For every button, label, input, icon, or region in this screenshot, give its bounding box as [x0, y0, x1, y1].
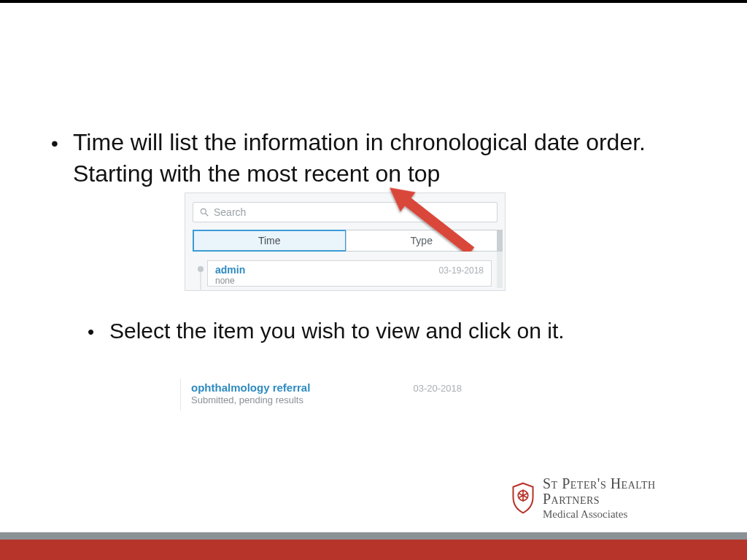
screenshot-panel: Search Time Type admin 03-19-2018 none — [185, 192, 506, 291]
svg-point-0 — [201, 209, 206, 214]
brand-line1b: Partners — [543, 491, 656, 507]
content-area: Time will list the information in chrono… — [51, 127, 708, 190]
timeline-dot-icon — [198, 266, 204, 272]
scrollbar-thumb[interactable] — [497, 230, 503, 252]
timeline-line-icon — [200, 272, 201, 291]
bullet-2-text: Select the item you wish to view and cli… — [109, 316, 686, 346]
bullet-2: Select the item you wish to view and cli… — [88, 316, 686, 346]
list-item[interactable]: ophthalmology referral 03-20-2018 Submit… — [180, 378, 472, 411]
brand-line1a: St Peter's Health — [543, 476, 656, 491]
search-input[interactable]: Search — [193, 202, 498, 222]
shield-icon — [511, 482, 535, 514]
tab-type[interactable]: Type — [346, 230, 498, 252]
bullet-marker — [88, 316, 109, 346]
list-item[interactable]: admin 03-19-2018 none — [207, 260, 492, 287]
bullet-1: Time will list the information in chrono… — [51, 127, 708, 190]
brand-logo: St Peter's Health Partners Medical Assoc… — [511, 472, 729, 524]
scrollbar[interactable] — [497, 230, 503, 288]
item-subtitle: Submitted, pending results — [191, 394, 463, 405]
svg-line-1 — [206, 214, 209, 217]
search-icon — [199, 207, 209, 217]
entry-subtitle: none — [215, 276, 484, 286]
tab-time[interactable]: Time — [193, 230, 347, 252]
search-placeholder: Search — [214, 206, 246, 218]
bullet-1-text: Time will list the information in chrono… — [73, 127, 708, 190]
item-date: 03-20-2018 — [414, 383, 462, 394]
brand-line2: Medical Associates — [543, 508, 656, 521]
slide: Time will list the information in chrono… — [0, 0, 747, 560]
entry-date: 03-19-2018 — [439, 265, 484, 276]
footer-bars — [0, 532, 747, 560]
bullet-marker — [51, 127, 73, 190]
footer-bar-gray — [0, 532, 747, 540]
brand-text: St Peter's Health Partners Medical Assoc… — [543, 476, 656, 521]
footer-bar-red — [0, 540, 747, 560]
tab-bar: Time Type — [193, 230, 498, 252]
